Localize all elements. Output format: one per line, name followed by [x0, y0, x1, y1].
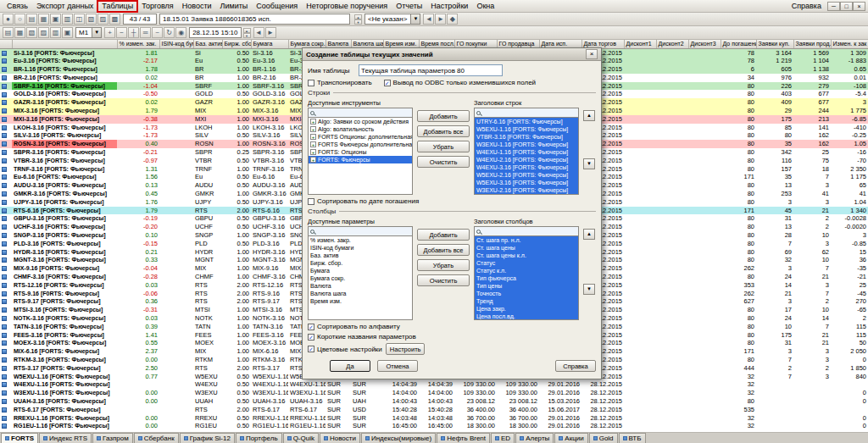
spin-down-icon[interactable]: ▼ — [243, 33, 251, 38]
menu-item-otchety[interactable]: Отчеты — [392, 1, 426, 12]
new-stop-order-icon[interactable]: ▥ — [62, 14, 73, 25]
column-header[interactable]: Дисконт2 — [656, 40, 688, 48]
row-header-item[interactable]: W3EXU-1.16 [FORTS: Фьючерсы] — [475, 141, 578, 148]
help-button[interactable]: Справка — [555, 360, 596, 372]
search-orders-icon[interactable]: ◆ — [447, 14, 458, 25]
instrument-option[interactable]: +Algo: Заявки со сроком действия — [309, 118, 412, 125]
column-header[interactable]: ISIN-код бум — [159, 40, 193, 48]
table-row[interactable]: RREXU-1.16 [FORTS: Фьючерсы]0.00RREXU0.5… — [0, 414, 868, 423]
transpose-checkbox[interactable]: Транспонировать — [308, 79, 372, 86]
move-up-icon[interactable]: ▲ — [583, 110, 595, 121]
tile-windows-icon[interactable]: ▦ — [14, 27, 25, 38]
param-option[interactable]: Валюта — [309, 282, 412, 290]
tab-indeks-rts[interactable]: Индекс RTS — [39, 433, 92, 443]
column-header[interactable]: Бирж. сбор. — [222, 40, 251, 48]
refresh-icon[interactable]: ↻ — [164, 27, 175, 38]
param-option[interactable]: Бирж. сбор. — [309, 259, 412, 267]
move-up-icon[interactable]: ▲ — [583, 229, 595, 240]
row-header-item[interactable]: W3EXU-2.16 [FORTS: Фьючерсы] — [475, 186, 578, 194]
row-header-item[interactable]: W5EXU-1.16 [FORTS: Фьючерсы] — [475, 125, 578, 133]
tab-alerty[interactable]: Алерты — [515, 433, 554, 443]
column-header-item[interactable]: Статус — [475, 259, 578, 267]
cols-clear-button[interactable]: Очистить — [417, 274, 470, 286]
tab-q-quik[interactable]: Q-Quik — [283, 433, 319, 443]
cancel-button[interactable]: Отмена — [377, 360, 418, 372]
menu-item-spravka[interactable]: Справка — [787, 1, 826, 12]
tab-gazprom[interactable]: Газпром — [92, 433, 133, 443]
rows-remove-button[interactable]: Убрать — [417, 141, 470, 152]
checkbox-icon[interactable] — [308, 198, 314, 205]
table-row[interactable]: W3EXU-1.16 [FORTS: Фьючерсы]0.00W3EXU0.5… — [0, 389, 868, 397]
column-header-item[interactable]: Ст. шага цены — [475, 244, 578, 252]
col-headers-search[interactable] — [474, 226, 579, 235]
column-header[interactable]: Баз. актив — [193, 40, 222, 48]
row-header-item[interactable]: W5EXU-2.16 [FORTS: Фьючерсы] — [475, 171, 578, 179]
datetime-field[interactable]: 28.12.15 15:10 ▲▼ — [189, 27, 250, 38]
chevron-down-icon[interactable]: ▼ — [92, 28, 101, 37]
tab-grafik-si-12[interactable]: График Si-12 — [180, 433, 235, 443]
tab-akcii[interactable]: Акции — [554, 433, 587, 443]
column-header-item[interactable]: Точность — [475, 290, 578, 297]
maximize-icon[interactable]: □ — [840, 2, 853, 11]
param-option[interactable]: Бумага — [309, 267, 412, 274]
menu-item-nastroyki[interactable]: Настройки — [426, 1, 472, 12]
row-header-item[interactable]: VTBR-3.16 [FORTS: Фьючерсы] — [475, 133, 578, 141]
odbc-checkbox[interactable]: ✓ Вывод по ODBC только изменившихся поле… — [384, 79, 536, 86]
menu-item-netorgovye-porucheniya[interactable]: Неторговые поручения — [302, 1, 392, 12]
row-header-item[interactable]: W4EXU-2.16 [FORTS: Фьючерсы] — [475, 156, 578, 163]
checkbox-icon[interactable]: ✓ — [384, 80, 391, 86]
rows-add-all-button[interactable]: Добавить все — [417, 125, 470, 137]
color-settings-checkbox[interactable]: ✓ Цветовые настройки — [308, 346, 382, 353]
zoom-out-icon[interactable]: − — [116, 27, 127, 38]
param-search[interactable] — [308, 226, 413, 235]
params-listbox[interactable]: % измен. закр.ISIN-код бумагиБаз. активБ… — [308, 235, 413, 320]
param-option[interactable]: % измен. закр. — [309, 236, 412, 244]
column-header-item[interactable]: Ст. шага цены к.л. — [475, 252, 578, 259]
column-header-item[interactable]: Тренд — [475, 297, 578, 305]
rows-clear-button[interactable]: Очистить — [417, 156, 470, 168]
configure-button[interactable]: Настроить — [386, 343, 426, 355]
timeframe-select[interactable]: M1 ▼ — [75, 27, 102, 38]
chart-window-icon[interactable]: ▨ — [38, 27, 49, 38]
tab-vtb[interactable]: ВТБ — [619, 433, 646, 443]
spin-down-icon[interactable]: ▼ — [354, 19, 362, 25]
instrument-option[interactable]: +FORTS Опционы: дополнительная сессия — [309, 133, 412, 141]
table-row[interactable]: W4EXU-1.16 [FORTS: Фьючерсы]W4EXU0.50W4E… — [0, 380, 868, 389]
prev-order-icon[interactable]: ◄ — [423, 14, 434, 25]
messages-icon[interactable]: ▧ — [86, 14, 97, 25]
column-header-item[interactable]: Цена закр. — [475, 305, 578, 313]
disconnect-icon[interactable]: ○ — [14, 14, 25, 25]
client-code-select[interactable]: <Не указан> ▼ — [364, 14, 420, 25]
instrument-option[interactable]: +FORTS: Опционы — [309, 148, 412, 156]
tab-novosti[interactable]: Новости — [320, 433, 360, 443]
new-order-icon[interactable]: ▣ — [50, 14, 61, 25]
new-window-icon[interactable]: ▤ — [3, 27, 14, 38]
tab-gold[interactable]: Gold — [589, 433, 618, 443]
volumes-icon[interactable]: ▣ — [62, 27, 73, 38]
param-option[interactable]: ISIN-код бумаги — [309, 244, 412, 252]
next-order-icon[interactable]: ► — [435, 14, 446, 25]
scroll-left-icon[interactable]: ◄ — [253, 27, 264, 38]
column-header[interactable]: Заявки куп. — [756, 40, 793, 48]
close-icon[interactable]: × — [853, 2, 865, 11]
column-header[interactable]: Дисконт1 — [624, 40, 656, 48]
menu-item-novosti[interactable]: Новости — [178, 1, 216, 12]
chart-icon[interactable]: ▦ — [38, 14, 49, 25]
rows-add-button[interactable]: Добавить — [417, 110, 470, 122]
menu-item-svyaz[interactable]: Связь — [3, 1, 32, 12]
menu-item-limity[interactable]: Лимиты — [216, 1, 253, 12]
menu-item-okna[interactable]: Окна — [472, 1, 498, 12]
row-header-item[interactable]: UTRY-6.16 [FORTS: Фьючерсы] — [475, 118, 578, 125]
column-header-item[interactable]: Ст. шага пр. н.л. — [475, 236, 578, 244]
instrument-option[interactable]: +FORTS Фьючерсы дополнительная сессия — [309, 141, 412, 148]
column-header[interactable] — [0, 40, 12, 48]
column-header-item[interactable]: Тип цены — [475, 282, 578, 290]
snapshot-icon[interactable]: ◉ — [175, 27, 186, 38]
column-header-item[interactable]: Статус к.л. — [475, 267, 578, 274]
checkbox-icon[interactable]: ✓ — [308, 324, 314, 330]
column-header-item[interactable]: Тип фьючерса — [475, 274, 578, 282]
tab-neft-brent[interactable]: Нефть Brent — [437, 433, 490, 443]
tab-indeksy-mirovye[interactable]: Индексы(мировые) — [361, 433, 436, 443]
tab-forts[interactable]: FORTS — [1, 433, 38, 443]
instruments-listbox[interactable]: +Algo: Заявки со сроком действия+Algo: в… — [308, 117, 413, 195]
